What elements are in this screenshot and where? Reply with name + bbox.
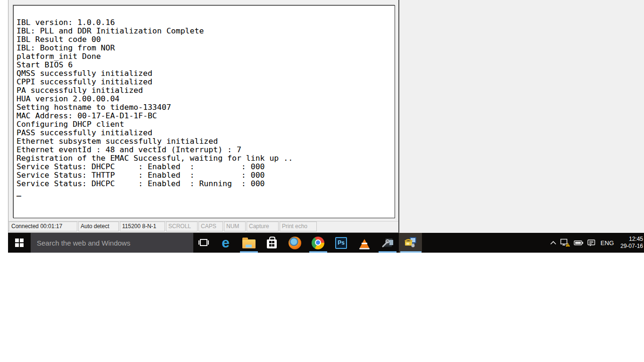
terminal-cursor: _ xyxy=(17,188,21,197)
tray-language-button[interactable]: ENG xyxy=(599,239,615,247)
taskbar-app-edge[interactable]: e xyxy=(214,233,237,253)
tray-battery-button[interactable] xyxy=(574,239,584,246)
taskbar-app-hardware-utility[interactable] xyxy=(376,233,399,253)
taskbar-app-hyperterminal[interactable] xyxy=(399,233,422,253)
action-center-icon xyxy=(587,239,596,247)
vlc-icon xyxy=(360,239,369,248)
network-warning-icon xyxy=(560,239,570,247)
canvas-white-area xyxy=(0,253,644,362)
chevron-up-icon xyxy=(550,240,557,246)
start-icon xyxy=(15,239,24,247)
taskbar: e Ps xyxy=(8,233,644,253)
screenshot-region: IBL version: 1.0.0.16 IBL: PLL and DDR I… xyxy=(8,0,644,253)
terminal-output: IBL version: 1.0.0.16 IBL: PLL and DDR I… xyxy=(14,6,395,188)
taskbar-app-store[interactable] xyxy=(260,233,283,253)
taskbar-app-firefox[interactable] xyxy=(283,233,306,253)
tray-action-center-button[interactable] xyxy=(587,239,596,247)
status-bar: Connected 00:01:17 Auto detect 115200 8-… xyxy=(8,221,398,232)
photoshop-icon: Ps xyxy=(335,237,347,249)
search-input[interactable] xyxy=(31,239,193,247)
status-pane-emulation: Auto detect xyxy=(78,222,119,231)
chrome-icon xyxy=(312,237,324,249)
hardware-utility-icon xyxy=(380,237,395,249)
status-pane-printecho: Print echo xyxy=(280,222,317,231)
tray-chevron-button[interactable] xyxy=(550,240,557,246)
task-view-button[interactable] xyxy=(193,233,214,253)
start-button[interactable] xyxy=(8,233,31,253)
task-view-icon xyxy=(198,239,209,247)
tray-clock[interactable]: 12:45 29-07-16 xyxy=(619,236,643,250)
firefox-icon xyxy=(289,237,301,249)
taskbar-app-photoshop[interactable]: Ps xyxy=(330,233,353,253)
file-explorer-icon xyxy=(242,239,256,248)
taskbar-app-file-explorer[interactable] xyxy=(237,233,260,253)
status-pane-capture: Capture xyxy=(247,222,279,231)
taskbar-app-chrome[interactable] xyxy=(306,233,330,253)
terminal-window: IBL version: 1.0.0.16 IBL: PLL and DDR I… xyxy=(8,0,399,233)
status-pane-num: NUM xyxy=(224,222,246,231)
tray-network-button[interactable] xyxy=(560,239,570,247)
clock-time: 12:45 xyxy=(619,236,643,243)
status-pane-scroll: SCROLL xyxy=(166,222,198,231)
hyperterminal-icon xyxy=(404,237,418,249)
battery-icon xyxy=(574,239,584,246)
system-tray: ENG 12:45 29-07-16 xyxy=(550,233,644,253)
store-icon xyxy=(267,239,277,248)
edge-icon: e xyxy=(222,237,230,249)
status-pane-caps: CAPS xyxy=(198,222,223,231)
clock-date: 29-07-16 xyxy=(619,243,643,250)
terminal-screen[interactable]: IBL version: 1.0.0.16 IBL: PLL and DDR I… xyxy=(13,5,395,218)
status-pane-baud: 115200 8-N-1 xyxy=(120,222,165,231)
status-pane-connection: Connected 00:01:17 xyxy=(9,222,77,231)
taskbar-app-vlc[interactable] xyxy=(353,233,376,253)
taskbar-search[interactable] xyxy=(31,233,193,253)
